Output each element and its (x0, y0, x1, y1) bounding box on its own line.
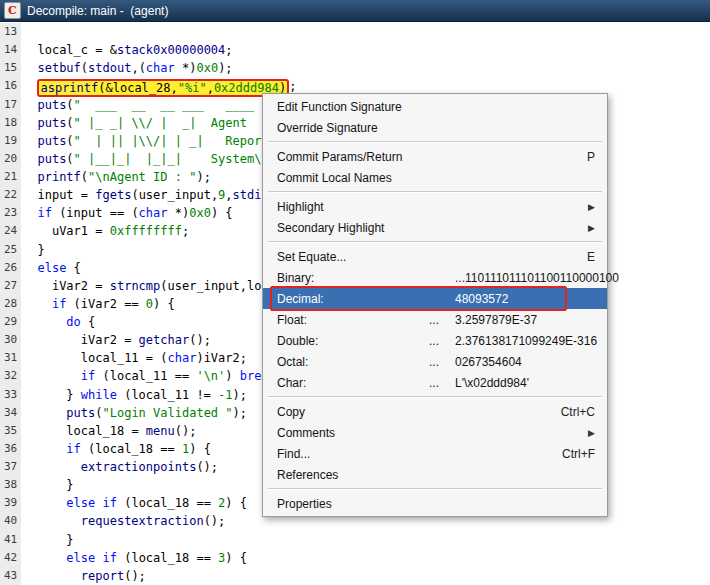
submenu-arrow-icon: ▶ (588, 202, 595, 212)
menu-item-commit-params-return[interactable]: Commit Params/ReturnP (263, 146, 607, 167)
code-token: } (23, 388, 81, 402)
menu-item-commit-local-names[interactable]: Commit Local Names (263, 167, 607, 188)
menu-item-dots: ... (429, 334, 455, 348)
code-token (23, 369, 81, 383)
code-token: strncmp (110, 279, 161, 293)
line-number: 26 (0, 259, 21, 277)
line-number: 22 (0, 186, 21, 204)
menu-item-double[interactable]: Double:...2.376138171099249E-316 (263, 330, 607, 351)
code-text: if (local_18 == 1) { (21, 440, 211, 458)
code-text: if (iVar2 == 0) { (21, 295, 175, 313)
code-token: puts (66, 406, 95, 420)
code-text: requestextraction(); (21, 512, 225, 530)
menu-item-decimal[interactable]: Decimal:48093572 (263, 288, 607, 309)
code-token: local_18 (131, 496, 189, 510)
line-number: 15 (0, 59, 21, 77)
menu-item-properties[interactable]: Properties (263, 493, 607, 514)
code-token: -1 (218, 388, 232, 402)
code-token: = ( (139, 351, 168, 365)
code-line-15[interactable]: 15 setbuf(stdout,(char *)0x0); (0, 59, 710, 77)
menu-item-edit-function-signature[interactable]: Edit Function Signature (263, 96, 607, 117)
line-number: 27 (0, 277, 21, 295)
code-text: local_11 = (char)iVar2; (21, 349, 247, 367)
line-number: 41 (0, 531, 21, 549)
line-number: 14 (0, 41, 21, 59)
code-text: input = fgets(user_input,9,stdin); (21, 186, 283, 204)
code-token: (); (204, 514, 226, 528)
menu-item-value: L'\x02ddd984' (455, 376, 529, 390)
code-token: requestextraction (81, 514, 204, 528)
code-line-14[interactable]: 14 local_c = &stack0x00000004; (0, 41, 710, 59)
menu-item-dots: ... (429, 355, 455, 369)
code-line-42[interactable]: 42 else if (local_18 == 3) { (0, 549, 710, 567)
line-number: 39 (0, 494, 21, 512)
code-token (23, 206, 37, 220)
menu-item-label: Binary: (277, 271, 429, 285)
code-token: "%i" (178, 81, 207, 95)
code-token: , (240, 279, 247, 293)
code-line-43[interactable]: 43 report(); (0, 567, 710, 585)
code-token: = (88, 224, 110, 238)
menu-item-binary[interactable]: Binary:...110111011101100110000100 (263, 267, 607, 288)
code-token: ) (196, 351, 203, 365)
code-token: (); (196, 460, 218, 474)
line-number: 18 (0, 114, 21, 132)
menu-item-label: Comments (277, 426, 335, 440)
menu-item-label: Edit Function Signature (277, 100, 402, 114)
code-token: ( (66, 98, 73, 112)
menu-item-char[interactable]: Char:...L'\x02ddd984' (263, 372, 607, 393)
code-line-13[interactable]: 13 (0, 23, 710, 41)
menu-item-find[interactable]: Find...Ctrl+F (263, 443, 607, 464)
menu-item-set-equate[interactable]: Set Equate...E (263, 246, 607, 267)
line-number: 23 (0, 204, 21, 222)
code-token: menu (146, 424, 175, 438)
menu-item-octal[interactable]: Octal:...0267354604 (263, 351, 607, 372)
decompile-window: C Decompile: main - (agent) 1314 local_c… (0, 0, 710, 585)
code-token: printf (37, 170, 80, 184)
code-text: if (input == (char *)0x0) { (21, 204, 233, 222)
code-token: == (189, 496, 218, 510)
code-token: puts (37, 98, 66, 112)
menu-item-references[interactable]: References (263, 464, 607, 485)
menu-item-label: Highlight (277, 200, 324, 214)
menu-item-highlight[interactable]: Highlight▶ (263, 196, 607, 217)
menu-item-label: References (277, 468, 338, 482)
code-line-41[interactable]: 41 } (0, 531, 710, 549)
menu-item-label: Commit Local Names (277, 171, 392, 185)
code-token: == (189, 551, 218, 565)
menu-item-comments[interactable]: Comments▶ (263, 422, 607, 443)
menu-item-shortcut: Ctrl+C (561, 405, 595, 419)
code-token: == (117, 297, 146, 311)
code-token: == ( (102, 206, 138, 220)
code-text: puts(" ___ __ __ ___ ____ "); (21, 96, 290, 114)
code-token: != (189, 388, 218, 402)
menu-item-shortcut: P (587, 150, 595, 164)
code-token: *) (175, 61, 197, 75)
code-token: ( (95, 369, 109, 383)
menu-separator (268, 141, 602, 143)
code-token: ; (182, 224, 189, 238)
code-token: stdout (88, 61, 131, 75)
menu-item-secondary-highlight[interactable]: Secondary Highlight▶ (263, 217, 607, 238)
code-token: ); (233, 388, 247, 402)
code-token: ( (95, 406, 102, 420)
menu-item-value: 0267354604 (455, 355, 522, 369)
menu-item-override-signature[interactable]: Override Signature (263, 117, 607, 138)
code-token: ) (225, 369, 239, 383)
menu-separator (268, 488, 602, 490)
code-token (23, 116, 37, 130)
menu-item-label: Decimal: (277, 292, 429, 306)
menu-item-float[interactable]: Float:...3.2597879E-37 (263, 309, 607, 330)
code-token (23, 170, 37, 184)
code-token: if (103, 551, 117, 565)
code-token: fgets (95, 188, 131, 202)
code-token: asprintf (40, 81, 98, 95)
code-token (23, 424, 66, 438)
code-token: ) { (225, 496, 247, 510)
line-number: 28 (0, 295, 21, 313)
code-token: ) { (189, 442, 211, 456)
code-token: user_input (139, 188, 211, 202)
code-token: if (103, 496, 117, 510)
menu-item-copy[interactable]: CopyCtrl+C (263, 401, 607, 422)
code-token: ); (196, 170, 210, 184)
